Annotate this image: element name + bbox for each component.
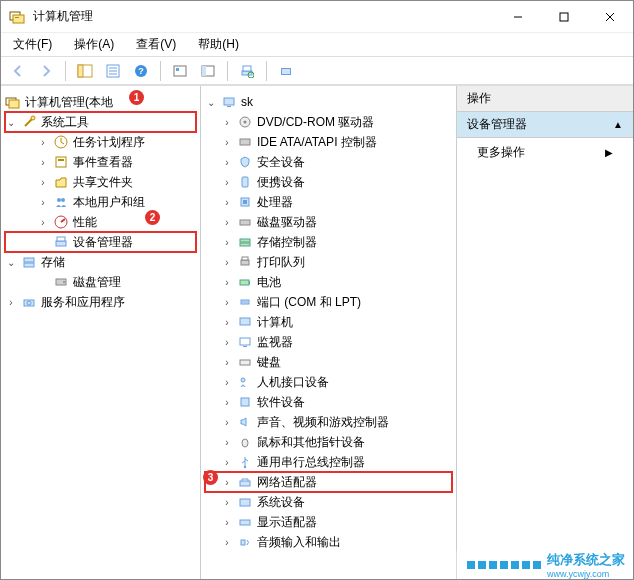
actions-pane: 操作 设备管理器 ▲ 更多操作 ▶ — [457, 86, 633, 579]
audio-io-icon — [237, 534, 253, 550]
chevron-right-icon[interactable]: › — [221, 536, 233, 548]
refresh-devices-button[interactable] — [234, 59, 260, 83]
body: 计算机管理(本地 1 ⌄ 系统工具 › 任务计划程序 › 事件查看器 › — [1, 85, 633, 579]
chevron-right-icon[interactable]: › — [37, 196, 49, 208]
device-keyboard[interactable]: ›键盘 — [205, 352, 452, 372]
chevron-right-icon[interactable]: › — [221, 456, 233, 468]
device-portable[interactable]: ›便携设备 — [205, 172, 452, 192]
phone-icon — [237, 174, 253, 190]
shared-folders-icon — [53, 174, 69, 190]
tree-label: 打印队列 — [257, 254, 305, 271]
watermark-logo-icon — [467, 561, 541, 569]
chevron-right-icon[interactable]: › — [221, 236, 233, 248]
tree-label: 处理器 — [257, 194, 293, 211]
chevron-right-icon[interactable]: › — [37, 136, 49, 148]
device-ports[interactable]: ›端口 (COM 和 LPT) — [205, 292, 452, 312]
chevron-right-icon[interactable]: › — [37, 176, 49, 188]
device-usb[interactable]: ›通用串行总线控制器 — [205, 452, 452, 472]
tree-local-users-groups[interactable]: › 本地用户和组 — [5, 192, 196, 212]
view-large-button[interactable] — [167, 59, 193, 83]
help-button[interactable]: ? — [128, 59, 154, 83]
chevron-right-icon[interactable]: › — [221, 296, 233, 308]
device-dvd[interactable]: ›DVD/CD-ROM 驱动器 — [205, 112, 452, 132]
view-details-button[interactable] — [195, 59, 221, 83]
actions-more[interactable]: 更多操作 ▶ — [457, 138, 633, 167]
keyboard-icon — [237, 354, 253, 370]
device-monitor[interactable]: ›监视器 — [205, 332, 452, 352]
forward-button[interactable] — [33, 59, 59, 83]
tree-root-computer-management[interactable]: 计算机管理(本地 — [5, 92, 196, 112]
chevron-right-icon[interactable]: › — [5, 296, 17, 308]
chevron-down-icon[interactable]: ⌄ — [5, 116, 17, 128]
tree-performance[interactable]: › 性能 — [5, 212, 196, 232]
chevron-right-icon[interactable]: › — [37, 216, 49, 228]
file-menu[interactable]: 文件(F) — [7, 34, 58, 55]
action-menu[interactable]: 操作(A) — [68, 34, 120, 55]
chevron-right-icon[interactable]: › — [221, 476, 233, 488]
tree-system-tools[interactable]: ⌄ 系统工具 — [5, 112, 196, 132]
chevron-right-icon[interactable]: › — [221, 316, 233, 328]
device-software[interactable]: ›软件设备 — [205, 392, 452, 412]
help-menu[interactable]: 帮助(H) — [192, 34, 245, 55]
svg-rect-36 — [24, 263, 34, 267]
chevron-right-icon[interactable]: › — [221, 196, 233, 208]
chevron-right-icon[interactable]: › — [37, 156, 49, 168]
show-hide-tree-button[interactable] — [72, 59, 98, 83]
device-audio-io[interactable]: ›音频输入和输出 — [205, 532, 452, 552]
chevron-right-icon[interactable]: › — [221, 336, 233, 348]
tree-disk-management[interactable]: 磁盘管理 — [5, 272, 196, 292]
device-root[interactable]: ⌄ sk — [205, 92, 452, 112]
chevron-right-icon[interactable]: › — [221, 496, 233, 508]
device-cpu[interactable]: ›处理器 — [205, 192, 452, 212]
svg-rect-70 — [240, 520, 250, 525]
maximize-button[interactable] — [541, 1, 587, 33]
chevron-right-icon[interactable]: › — [221, 436, 233, 448]
device-battery[interactable]: ›电池 — [205, 272, 452, 292]
chevron-right-icon[interactable]: › — [221, 116, 233, 128]
device-network-adapters[interactable]: ›网络适配器 — [205, 472, 452, 492]
chevron-right-icon[interactable]: › — [221, 136, 233, 148]
minimize-button[interactable] — [495, 1, 541, 33]
device-ide[interactable]: ›IDE ATA/ATAPI 控制器 — [205, 132, 452, 152]
device-security[interactable]: ›安全设备 — [205, 152, 452, 172]
svg-rect-15 — [174, 66, 186, 76]
properties-button[interactable] — [100, 59, 126, 83]
chevron-right-icon[interactable]: › — [221, 416, 233, 428]
device-print-queue[interactable]: ›打印队列 — [205, 252, 452, 272]
device-tree-pane: ⌄ sk ›DVD/CD-ROM 驱动器 ›IDE ATA/ATAPI 控制器 … — [201, 86, 457, 579]
chevron-right-icon[interactable]: › — [221, 156, 233, 168]
tree-services-apps[interactable]: › 服务和应用程序 — [5, 292, 196, 312]
chevron-right-icon[interactable]: › — [221, 376, 233, 388]
device-storage-ctrl[interactable]: ›存储控制器 — [205, 232, 452, 252]
svg-rect-54 — [240, 280, 249, 285]
chevron-right-icon[interactable]: › — [221, 256, 233, 268]
device-computer[interactable]: ›计算机 — [205, 312, 452, 332]
chevron-right-icon[interactable]: › — [221, 396, 233, 408]
chevron-right-icon[interactable]: › — [221, 176, 233, 188]
scan-hardware-button[interactable] — [273, 59, 299, 83]
device-mouse[interactable]: ›鼠标和其他指针设备 — [205, 432, 452, 452]
close-button[interactable] — [587, 1, 633, 33]
tree-storage[interactable]: ⌄ 存储 — [5, 252, 196, 272]
device-disk-drive[interactable]: ›磁盘驱动器 — [205, 212, 452, 232]
chevron-down-icon[interactable]: ⌄ — [5, 256, 17, 268]
device-display[interactable]: ›显示适配器 — [205, 512, 452, 532]
computer-icon — [221, 94, 237, 110]
tree-label: 通用串行总线控制器 — [257, 454, 365, 471]
device-hid[interactable]: ›人机接口设备 — [205, 372, 452, 392]
view-menu[interactable]: 查看(V) — [130, 34, 182, 55]
tree-task-scheduler[interactable]: › 任务计划程序 — [5, 132, 196, 152]
actions-section-device-manager[interactable]: 设备管理器 ▲ — [457, 112, 633, 138]
back-button[interactable] — [5, 59, 31, 83]
chevron-down-icon[interactable]: ⌄ — [205, 96, 217, 108]
tree-shared-folders[interactable]: › 共享文件夹 — [5, 172, 196, 192]
device-system[interactable]: ›系统设备 — [205, 492, 452, 512]
actions-header: 操作 — [457, 86, 633, 112]
chevron-right-icon[interactable]: › — [221, 356, 233, 368]
chevron-right-icon[interactable]: › — [221, 216, 233, 228]
tree-event-viewer[interactable]: › 事件查看器 — [5, 152, 196, 172]
chevron-right-icon[interactable]: › — [221, 276, 233, 288]
tree-device-manager[interactable]: 设备管理器 — [5, 232, 196, 252]
device-sound[interactable]: ›声音、视频和游戏控制器 — [205, 412, 452, 432]
chevron-right-icon[interactable]: › — [221, 516, 233, 528]
